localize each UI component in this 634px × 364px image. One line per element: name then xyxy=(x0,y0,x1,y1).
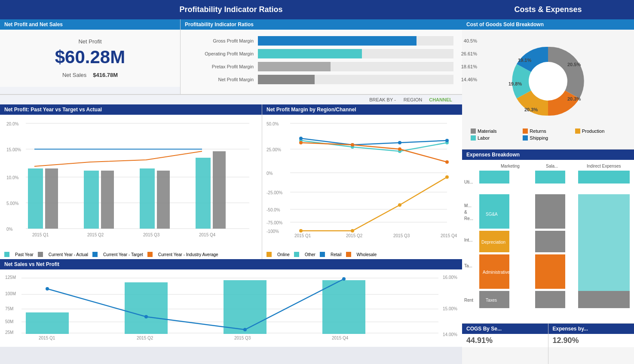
svg-rect-97 xyxy=(479,194,509,229)
bar-row: Gross Profit Margin 40.5% xyxy=(189,36,453,46)
profitability-section: Profitability Indicator Ratios Gross Pro… xyxy=(181,19,462,94)
legend-retail: Retail xyxy=(331,252,342,257)
net-sales-header: Net Sales vs Net Profit xyxy=(0,259,462,269)
net-profit-chart-header: Net Profit: Past Year vs Target vs Actua… xyxy=(0,104,262,115)
svg-text:Uti...: Uti... xyxy=(464,180,473,184)
margin-chart-legend: Online Other Retail Wholesale xyxy=(262,250,462,259)
expenses-by-value: 12.90% xyxy=(553,336,630,345)
net-sales-section: Net Sales vs Net Profit 125M 100M 75M 50… xyxy=(0,259,462,347)
net-profit-label: Net Profit xyxy=(9,38,172,45)
cogs-by-header: COGS By Se... xyxy=(462,324,548,334)
svg-rect-106 xyxy=(535,194,565,229)
legend-production-label: Production xyxy=(582,128,605,134)
bar-fill xyxy=(258,62,331,71)
legend-past-year: Past Year xyxy=(15,252,34,257)
legend-wholesale: Wholesale xyxy=(357,252,377,257)
svg-point-41 xyxy=(398,141,401,144)
svg-text:20.3%: 20.3% xyxy=(524,107,538,112)
svg-text:2015 Q2: 2015 Q2 xyxy=(137,336,153,340)
svg-text:0%: 0% xyxy=(266,171,273,176)
svg-text:25M: 25M xyxy=(5,330,13,335)
svg-point-49 xyxy=(398,203,401,207)
margin-svg: 50.0% 25.00% 0% -25.00% -50.0% -75.00% -… xyxy=(266,119,451,239)
svg-text:Re...: Re... xyxy=(464,216,473,221)
svg-point-50 xyxy=(445,175,449,179)
bar-value: 40.5% xyxy=(464,38,477,43)
svg-text:14.00%: 14.00% xyxy=(443,332,457,337)
svg-rect-10 xyxy=(28,168,43,229)
net-profit-chart-title: Net Profit: Past Year vs Target vs Actua… xyxy=(4,107,102,113)
break-by-label: BREAK BY - xyxy=(369,97,396,102)
net-sales-row: Net Sales $416.78M xyxy=(9,72,172,78)
svg-text:0%: 0% xyxy=(6,227,13,232)
legend-shipping-label: Shipping xyxy=(530,135,548,141)
bar-value: 14.46% xyxy=(461,77,477,82)
net-profit-section: Net Profit and Net Sales Net Profit $60.… xyxy=(0,19,181,94)
svg-rect-107 xyxy=(535,231,565,252)
svg-text:16.00%: 16.00% xyxy=(443,275,457,280)
left-panel-header: Profitability Indicator Ratios xyxy=(0,0,462,19)
net-sales-svg: 125M 100M 75M 50M 25M 16.00% 15.00% 14.0… xyxy=(4,274,456,343)
svg-text:10.0%: 10.0% xyxy=(6,175,18,180)
svg-text:Marketing: Marketing xyxy=(501,164,520,168)
expenses-chart-area: Marketing Sala... Indirect Expenses Uti.… xyxy=(462,160,634,323)
svg-text:2015 Q3: 2015 Q3 xyxy=(234,336,251,340)
expenses-by-title: Expenses by... xyxy=(553,326,588,332)
legend-industry: Current Year - Industry Average xyxy=(158,252,218,257)
svg-text:20.0%: 20.0% xyxy=(6,122,18,126)
svg-rect-13 xyxy=(196,158,211,229)
svg-text:75M: 75M xyxy=(5,306,13,311)
svg-text:25.00%: 25.00% xyxy=(266,147,281,152)
margin-chart-title: Net Profit Margin by Region/Channel xyxy=(266,107,356,113)
svg-rect-15 xyxy=(101,171,114,229)
svg-text:20.5%: 20.5% xyxy=(567,62,581,67)
cogs-legend: Materials Returns Production Labor Shipp… xyxy=(466,128,630,145)
svg-text:Depreciation: Depreciation xyxy=(481,240,505,245)
legend-actual: Current Year - Actual xyxy=(49,252,88,257)
svg-point-75 xyxy=(342,277,346,281)
bar-row: Net Profit Margin 14.46% xyxy=(189,75,453,84)
svg-text:Indirect Expenses: Indirect Expenses xyxy=(587,164,621,168)
svg-text:Administrative: Administrative xyxy=(483,270,510,275)
cogs-by-title: COGS By Se... xyxy=(466,326,502,332)
expenses-header: Expenses Breakdown xyxy=(462,150,634,160)
net-profit-value: $60.28M xyxy=(9,47,172,67)
svg-point-44 xyxy=(351,143,354,147)
right-panel: Costs & Expenses Cost of Goods Sold Brea… xyxy=(462,0,634,364)
svg-point-74 xyxy=(243,328,247,331)
svg-text:-50.0%: -50.0% xyxy=(266,208,280,212)
net-profit-title: Net Profit and Net Sales xyxy=(4,21,63,28)
break-by-channel[interactable]: CHANNEL xyxy=(429,97,452,102)
legend-returns: Returns xyxy=(523,128,573,134)
svg-point-72 xyxy=(46,287,49,291)
svg-rect-112 xyxy=(578,291,630,308)
svg-rect-70 xyxy=(224,280,266,334)
svg-rect-108 xyxy=(535,254,565,289)
svg-rect-111 xyxy=(578,194,630,291)
svg-rect-109 xyxy=(535,291,565,308)
donut-container: 20.5% 20.3% 20.3% 19.8% 19.1% xyxy=(466,34,630,128)
legend-online: Online xyxy=(277,252,290,257)
svg-text:15.00%: 15.00% xyxy=(6,147,21,152)
svg-text:&: & xyxy=(464,210,467,214)
net-sales-value: $416.78M xyxy=(93,72,118,78)
margin-chart-area: 50.0% 25.00% 0% -25.00% -50.0% -75.00% -… xyxy=(262,115,462,250)
bar-label: Net Profit Margin xyxy=(189,77,258,82)
bar-value: 18.61% xyxy=(461,64,477,69)
profitability-title: Profitability Indicator Ratios xyxy=(185,21,254,28)
profitability-section-header: Profitability Indicator Ratios xyxy=(181,19,462,30)
legend-labor-label: Labor xyxy=(478,135,490,141)
legend-returns-label: Returns xyxy=(530,128,546,134)
svg-text:20.3%: 20.3% xyxy=(567,96,581,101)
svg-rect-110 xyxy=(578,171,630,184)
svg-text:-100%: -100% xyxy=(266,229,279,234)
legend-target: Current Year - Target xyxy=(103,252,143,257)
svg-text:-75.00%: -75.00% xyxy=(266,220,282,225)
legend-other: Other xyxy=(305,252,315,257)
margin-chart: Net Profit Margin by Region/Channel 50.0… xyxy=(262,104,462,259)
left-panel: Profitability Indicator Ratios Net Profi… xyxy=(0,0,462,364)
svg-rect-16 xyxy=(157,171,170,229)
donut-chart: 20.5% 20.3% 20.3% 19.8% 19.1% xyxy=(501,38,595,124)
break-by-region[interactable]: REGION xyxy=(404,97,422,102)
svg-point-39 xyxy=(299,137,303,140)
